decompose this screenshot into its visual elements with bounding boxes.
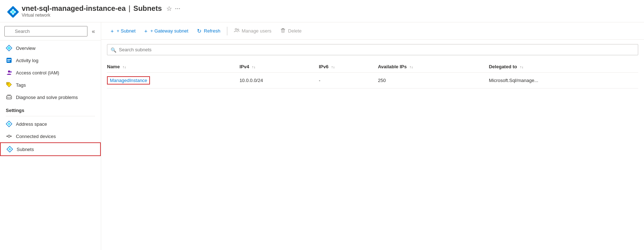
- sidebar-item-label: Address space: [16, 121, 47, 127]
- sidebar-item-label: Connected devices: [16, 134, 56, 139]
- svg-point-29: [235, 29, 237, 30]
- sort-icon: ↑↓: [331, 65, 335, 69]
- content-area: + + Subnet + + Gateway subnet ↻ Refresh: [101, 22, 644, 250]
- delete-label: Delete: [288, 28, 302, 34]
- sidebar-item-label: Subnets: [17, 147, 34, 152]
- refresh-label: Refresh: [204, 28, 220, 34]
- resource-icon: [7, 6, 17, 16]
- col-ipv6[interactable]: IPv6 ↑↓: [319, 61, 378, 73]
- sort-icon: ↑↓: [520, 65, 523, 69]
- add-gateway-icon: +: [144, 28, 147, 34]
- svg-marker-28: [8, 148, 11, 151]
- svg-point-19: [10, 97, 11, 98]
- svg-point-15: [8, 70, 10, 73]
- sidebar-search-input[interactable]: [4, 26, 87, 36]
- sidebar-item-label: Overview: [16, 46, 35, 51]
- manage-users-label: Manage users: [242, 28, 271, 34]
- svg-point-17: [8, 83, 9, 85]
- resource-name: vnet-sql-managed-instance-ea: [22, 4, 126, 13]
- sidebar-item-label: Tags: [16, 82, 26, 88]
- address-space-icon: [6, 121, 12, 127]
- svg-rect-13: [7, 59, 11, 60]
- svg-point-22: [8, 135, 10, 137]
- sort-icon: ↑↓: [409, 65, 413, 69]
- add-subnet-icon: +: [111, 28, 114, 34]
- sidebar-item-iam[interactable]: Access control (IAM): [0, 66, 101, 79]
- sidebar: 🔍 « Overview: [0, 22, 101, 250]
- col-available-ips[interactable]: Available IPs ↑↓: [378, 61, 489, 73]
- resource-type: Virtual network: [22, 13, 180, 18]
- add-subnet-label: + Subnet: [117, 28, 136, 34]
- sidebar-item-label: Access control (IAM): [16, 70, 59, 76]
- toolbar: + + Subnet + + Gateway subnet ↻ Refresh: [101, 22, 644, 40]
- cell-available-ips: 250: [378, 73, 489, 89]
- header: vnet-sql-managed-instance-ea | Subnets ☆…: [0, 0, 644, 22]
- sidebar-item-label: Activity log: [16, 58, 38, 63]
- cell-ipv6: -: [319, 73, 378, 89]
- col-name[interactable]: Name ↑↓: [107, 61, 240, 73]
- connected-devices-icon: [6, 133, 12, 139]
- add-gateway-subnet-button[interactable]: + + Gateway subnet: [141, 26, 192, 36]
- star-icon[interactable]: ☆: [166, 5, 172, 13]
- overview-icon: [6, 45, 12, 51]
- refresh-button[interactable]: ↻ Refresh: [193, 26, 224, 36]
- cell-ipv4: 10.0.0.0/24: [240, 73, 319, 89]
- svg-point-26: [11, 136, 12, 137]
- header-text: vnet-sql-managed-instance-ea | Subnets ☆…: [22, 4, 180, 18]
- sidebar-item-address-space[interactable]: Address space: [0, 118, 101, 130]
- sidebar-item-tags[interactable]: Tags: [0, 79, 101, 91]
- delete-icon: [280, 27, 286, 34]
- add-gateway-label: + Gateway subnet: [150, 28, 188, 34]
- table-row: ManagedInstance 10.0.0.0/24 - 250 Micros…: [107, 73, 638, 89]
- subnets-icon: [7, 146, 13, 152]
- refresh-icon: ↻: [197, 28, 202, 34]
- tags-icon: [6, 82, 12, 88]
- add-subnet-button[interactable]: + + Subnet: [107, 26, 139, 36]
- more-icon[interactable]: ···: [175, 5, 180, 12]
- settings-divider: [6, 116, 95, 116]
- manage-users-icon: [234, 27, 240, 34]
- toolbar-separator: [227, 27, 227, 35]
- svg-point-16: [10, 71, 12, 73]
- settings-section-header: Settings: [0, 103, 101, 115]
- app-container: vnet-sql-managed-instance-ea | Subnets ☆…: [0, 0, 644, 250]
- title-separator: |: [129, 4, 130, 13]
- sidebar-item-connected-devices[interactable]: Connected devices: [0, 130, 101, 142]
- svg-marker-21: [8, 122, 10, 125]
- table-search-input[interactable]: [107, 44, 638, 55]
- col-ipv4[interactable]: IPv4 ↑↓: [240, 61, 319, 73]
- activity-icon: [6, 57, 12, 64]
- table-search-wrapper: 🔍: [107, 44, 638, 55]
- svg-point-18: [8, 97, 9, 98]
- svg-rect-14: [7, 61, 10, 61]
- iam-icon: [6, 69, 12, 76]
- table-area: 🔍 Name ↑↓ IPv4 ↑↓: [101, 40, 644, 250]
- cell-delegated-to: Microsoft.Sql/manage...: [489, 73, 638, 89]
- sidebar-item-overview[interactable]: Overview: [0, 42, 101, 54]
- svg-rect-31: [282, 28, 284, 29]
- sort-icon: ↑↓: [123, 65, 126, 69]
- diagnose-icon: [6, 94, 12, 100]
- subnets-table: Name ↑↓ IPv4 ↑↓ IPv6 ↑↓: [107, 61, 638, 89]
- table-search-icon: 🔍: [111, 47, 116, 52]
- sidebar-nav: Overview Activity log: [0, 40, 101, 250]
- sidebar-collapse-button[interactable]: «: [90, 27, 96, 36]
- sidebar-item-label: Diagnose and solve problems: [16, 95, 78, 100]
- sidebar-item-activity-log[interactable]: Activity log: [0, 54, 101, 66]
- manage-users-button[interactable]: Manage users: [230, 25, 275, 36]
- sidebar-item-diagnose[interactable]: Diagnose and solve problems: [0, 91, 101, 103]
- page-name: Subnets: [133, 4, 162, 13]
- cell-name: ManagedInstance: [107, 73, 240, 89]
- svg-rect-12: [7, 58, 12, 63]
- subnet-name-link[interactable]: ManagedInstance: [107, 76, 150, 85]
- svg-point-30: [237, 29, 239, 30]
- table-header-row: Name ↑↓ IPv4 ↑↓ IPv6 ↑↓: [107, 61, 638, 73]
- main-layout: 🔍 « Overview: [0, 22, 644, 250]
- col-delegated-to[interactable]: Delegated to ↑↓: [489, 61, 638, 73]
- sort-icon: ↑↓: [252, 65, 256, 69]
- svg-point-25: [7, 136, 8, 137]
- delete-button[interactable]: Delete: [276, 25, 305, 36]
- sidebar-item-subnets[interactable]: Subnets: [0, 142, 101, 156]
